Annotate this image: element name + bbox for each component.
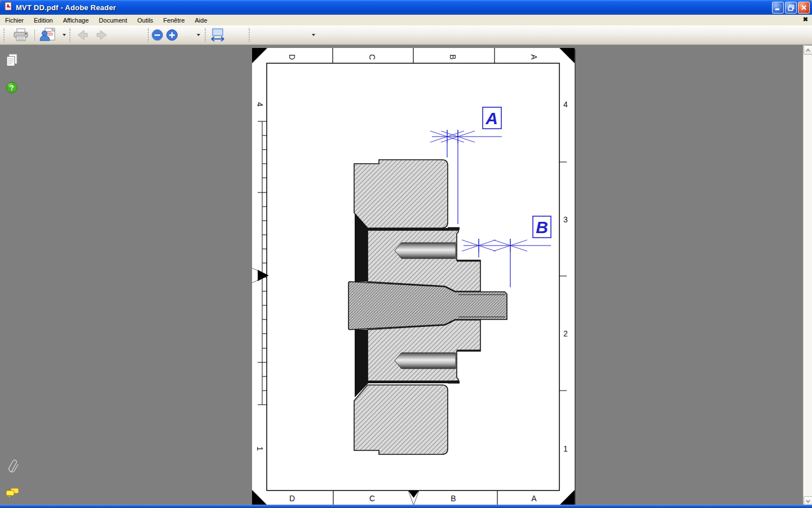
svg-text:?: ? [10,84,14,92]
svg-text:4: 4 [563,100,568,109]
cross-section-view [348,160,507,454]
toolbar-drag-handle[interactable] [205,28,206,42]
menu-fichier[interactable]: Fichier [0,15,29,25]
bottom-center-mark [408,491,419,505]
dim-b-label: B [536,218,548,237]
toolbar: / 1 63,1% [0,25,812,45]
menu-aide[interactable]: Aide [190,15,213,25]
svg-text:D: D [289,494,295,503]
window-border [0,505,812,508]
previous-page-button[interactable] [75,25,90,45]
dim-a-label: A [485,109,498,128]
svg-text:A: A [529,54,539,60]
menu-document[interactable]: Document [94,15,132,25]
top-dowel-pin [395,243,456,259]
menu-affichage[interactable]: Affichage [58,15,94,25]
svg-text:1: 1 [563,444,568,453]
vertical-scrollbar[interactable] [803,45,812,506]
pdf-page[interactable]: D C B A D C B A 4 3 2 1 4 1 [252,48,575,505]
attachments-paperclip-icon[interactable] [7,458,20,476]
toolbar-close-icon[interactable]: ✖ [803,16,808,23]
toolbar-drag-handle[interactable] [249,28,250,42]
centering-scale [258,121,267,405]
svg-text:C: C [368,54,377,60]
part-bottom-block [354,385,448,454]
toolbar-drag-handle[interactable] [148,28,149,42]
close-button[interactable] [798,2,810,14]
document-pane: ? [0,45,812,505]
toolbar-drag-handle[interactable] [69,28,71,42]
next-page-button[interactable] [95,25,109,45]
svg-text:C: C [369,494,375,503]
left-center-mark [252,268,268,283]
part-top-block [354,160,448,228]
toolbar-separator [34,29,35,41]
svg-text:4: 4 [255,102,264,107]
search-dropdown-icon[interactable] [312,25,315,45]
svg-text:3: 3 [563,215,568,224]
comments-icon[interactable] [6,488,20,502]
adobe-pdf-icon [4,2,13,13]
zoom-in-button[interactable] [166,25,179,45]
zoom-out-button[interactable] [151,25,164,45]
bottom-dowel-pin [395,353,456,369]
menu-fenetre[interactable]: Fenêtre [158,15,190,25]
svg-text:1: 1 [255,446,264,451]
menu-outils[interactable]: Outils [132,15,158,25]
menu-edition[interactable]: Edition [29,15,58,25]
export-dropdown-icon[interactable] [63,34,66,36]
restore-button[interactable] [785,2,797,14]
svg-text:2: 2 [563,329,568,338]
menubar: Fichier Edition Affichage Document Outil… [0,15,812,25]
window-title: MVT DD.pdf - Adobe Reader [16,3,116,12]
help-icon[interactable]: ? [6,81,18,96]
pages-panel-icon[interactable] [6,53,19,70]
titlebar: MVT DD.pdf - Adobe Reader [0,0,812,15]
zoom-dropdown-icon[interactable] [197,25,200,45]
print-button[interactable] [12,25,29,45]
scroll-up-icon[interactable] [804,45,812,55]
part-shaft [348,282,507,330]
export-button[interactable] [38,25,66,45]
grid-labels-right: 4 3 2 1 [563,100,568,453]
fit-width-button[interactable] [210,25,226,45]
svg-text:B: B [451,494,456,503]
svg-text:A: A [531,494,537,503]
svg-text:D: D [288,54,297,60]
minimize-button[interactable] [772,2,784,14]
toolbar-drag-handle[interactable] [3,28,5,42]
svg-text:B: B [448,54,457,59]
